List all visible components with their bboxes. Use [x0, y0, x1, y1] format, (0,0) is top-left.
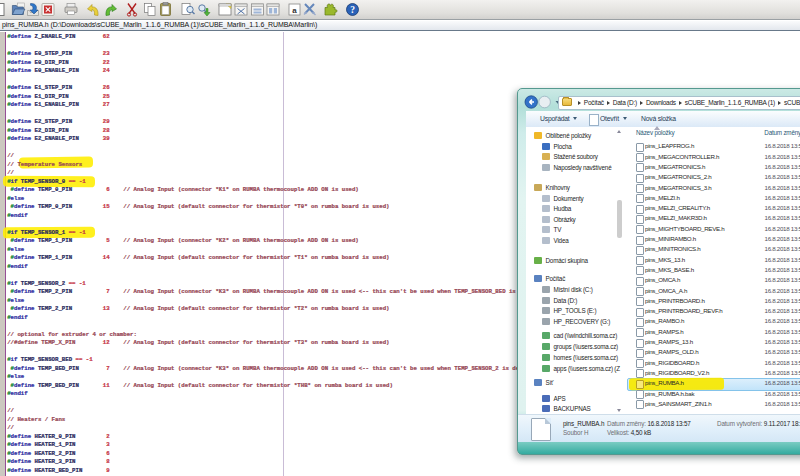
svg-text:?: ? — [350, 5, 355, 15]
svg-text:a: a — [292, 6, 297, 15]
